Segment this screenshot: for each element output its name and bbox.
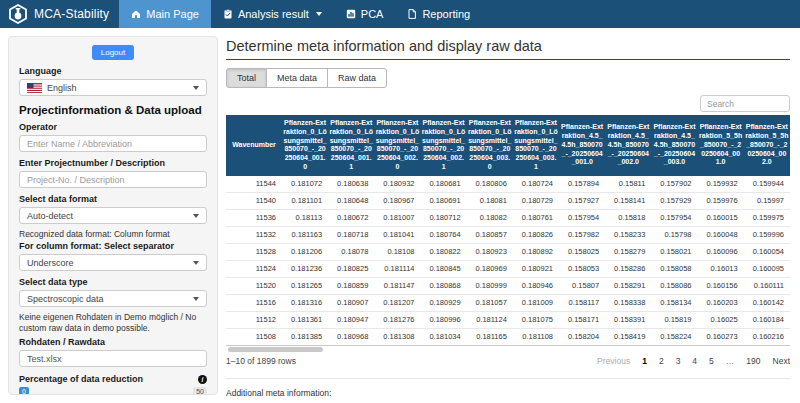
page-button-3[interactable]: 3 — [676, 356, 681, 366]
column-header[interactable]: Pflanzen-Extraktion_0_Lösungsmittel_8500… — [467, 115, 513, 176]
table-cell: 0.160095 — [744, 260, 790, 277]
table-cell: 0.15818 — [605, 209, 651, 226]
separator-select[interactable]: Underscore — [19, 254, 207, 271]
nav-tab-label: PCA — [361, 8, 384, 20]
rawdata-input[interactable] — [19, 350, 207, 367]
table-cell: 0.180691 — [421, 192, 467, 209]
data-table: WavenumberPflanzen-Extraktion_0_Lösungsm… — [226, 115, 790, 346]
language-select[interactable]: English — [19, 79, 207, 96]
nav-tab-pca[interactable]: PCA — [334, 0, 396, 28]
table-cell: 0.181206 — [282, 243, 328, 260]
tab-raw-data[interactable]: Raw data — [327, 68, 387, 88]
column-header[interactable]: Pflanzen-Extraktion_4.5_4.5h_850070_-_20… — [651, 115, 697, 176]
navbar: MCA-Stability Main Page Analysis result … — [0, 0, 800, 28]
previous-page-button[interactable]: Previous — [597, 356, 630, 366]
section-divider — [226, 378, 790, 379]
app-brand[interactable]: MCA-Stability — [0, 0, 119, 28]
nav-tab-label: Analysis result — [238, 8, 309, 20]
table-cell: 11512 — [226, 311, 282, 328]
table-cell: 11516 — [226, 294, 282, 311]
document-icon — [407, 9, 417, 19]
table-cell: 0.181361 — [282, 311, 328, 328]
page-button-2[interactable]: 2 — [659, 356, 664, 366]
data-format-value: Auto-detect — [27, 211, 73, 221]
tab-total[interactable]: Total — [226, 68, 267, 88]
sidebar-panel: Logout Language English Projectinformati… — [8, 36, 218, 395]
table-cell: 0.15807 — [559, 277, 605, 294]
tab-meta-data[interactable]: Meta data — [266, 68, 328, 88]
table-cell: 0.158279 — [605, 243, 651, 260]
table-cell: 0.180967 — [374, 192, 420, 209]
table-cell: 0.160048 — [698, 226, 744, 243]
table-cell: 0.16025 — [698, 311, 744, 328]
column-header[interactable]: Pflanzen-Extraktion_0_Lösungsmittel_8500… — [328, 115, 374, 176]
table-row: 115120.1813610.1809470.1812760.1809960.1… — [226, 311, 790, 328]
table-cell: 0.158291 — [605, 277, 651, 294]
column-header[interactable]: Pflanzen-Extraktion_5_5h_850070_-_202506… — [698, 115, 744, 176]
table-cell: 0.180947 — [328, 311, 374, 328]
table-cell: 0.180923 — [467, 243, 513, 260]
info-icon[interactable]: i — [198, 375, 207, 384]
data-format-label: Select data format — [19, 194, 207, 204]
column-header[interactable]: Pflanzen-Extraktion_0_Lösungsmittel_8500… — [513, 115, 559, 176]
data-format-select[interactable]: Auto-detect — [19, 207, 207, 224]
column-header[interactable]: Pflanzen-Extraktion_0_Lösungsmittel_8500… — [282, 115, 328, 176]
operator-input[interactable] — [19, 135, 207, 152]
table-row: 115240.1812360.1808250.1811140.1808450.1… — [226, 260, 790, 277]
column-header[interactable]: Pflanzen-Extraktion_0_Lösungsmittel_8500… — [421, 115, 467, 176]
app-logo-icon — [8, 4, 28, 24]
table-cell: 0.159944 — [744, 176, 790, 193]
table-row: 115080.1813850.1809680.1813080.1810340.1… — [226, 328, 790, 345]
table-cell: 0.181265 — [282, 277, 328, 294]
table-cell: 0.181034 — [421, 328, 467, 345]
data-type-select[interactable]: Spectroscopic data — [19, 290, 207, 307]
table-cell: 0.160111 — [744, 277, 790, 294]
table-cell: 0.181075 — [513, 311, 559, 328]
nav-tab-reporting[interactable]: Reporting — [395, 0, 482, 28]
table-cell: 0.181072 — [282, 176, 328, 193]
project-label: Enter Projectnumber / Description — [19, 158, 207, 168]
view-tabs: Total Meta data Raw data — [226, 68, 387, 88]
page-button-190[interactable]: 190 — [746, 356, 760, 366]
page-button-4[interactable]: 4 — [692, 356, 697, 366]
table-cell: 0.157902 — [651, 176, 697, 193]
table-cell: 0.160156 — [698, 277, 744, 294]
chevron-down-icon — [193, 261, 199, 265]
table-cell: 0.180806 — [467, 176, 513, 193]
table-cell: 11540 — [226, 192, 282, 209]
project-input[interactable] — [19, 171, 207, 188]
table-cell: 0.18113 — [282, 209, 328, 226]
column-header[interactable]: Pflanzen-Extraktion_4.5_4.5h_850070_-_20… — [559, 115, 605, 176]
table-cell: 0.18082 — [467, 209, 513, 226]
nav-tab-label: Main Page — [146, 8, 199, 20]
table-cell: 11524 — [226, 260, 282, 277]
column-header[interactable]: Wavenumber — [226, 115, 282, 176]
table-cell: 0.180712 — [421, 209, 467, 226]
column-header[interactable]: Pflanzen-Extraktion_5_5h_850070_-_202506… — [744, 115, 790, 176]
search-input[interactable] — [700, 95, 790, 112]
table-cell: 0.158025 — [559, 243, 605, 260]
table-cell: 0.157929 — [651, 192, 697, 209]
table-cell: 0.157927 — [559, 192, 605, 209]
column-header[interactable]: Pflanzen-Extraktion_4.5_4.5h_850070_-_20… — [605, 115, 651, 176]
nav-tab-analysis-result[interactable]: Analysis result — [211, 0, 334, 28]
nav-tab-main-page[interactable]: Main Page — [119, 0, 211, 28]
table-cell: 0.181236 — [282, 260, 328, 277]
table-cell: 0.180761 — [513, 209, 559, 226]
table-cell: 0.157954 — [559, 209, 605, 226]
table-cell: 0.180996 — [421, 311, 467, 328]
scrollbar-thumb[interactable] — [228, 347, 323, 352]
table-cell: 0.160184 — [744, 311, 790, 328]
table-cell: 0.180845 — [421, 260, 467, 277]
table-cell: 0.181147 — [374, 277, 420, 294]
table-cell: 0.158117 — [559, 294, 605, 311]
table-cell: 0.158021 — [651, 243, 697, 260]
page-button-5[interactable]: 5 — [709, 356, 714, 366]
logout-button[interactable]: Logout — [92, 45, 134, 60]
column-header[interactable]: Pflanzen-Extraktion_0_Lösungsmittel_8500… — [374, 115, 420, 176]
table-cell: 0.181276 — [374, 311, 420, 328]
next-page-button[interactable]: Next — [773, 356, 790, 366]
meta-info-title: Additional meta information: — [226, 388, 790, 398]
table-cell: 0.181108 — [513, 328, 559, 345]
page-button-1[interactable]: 1 — [642, 356, 647, 366]
